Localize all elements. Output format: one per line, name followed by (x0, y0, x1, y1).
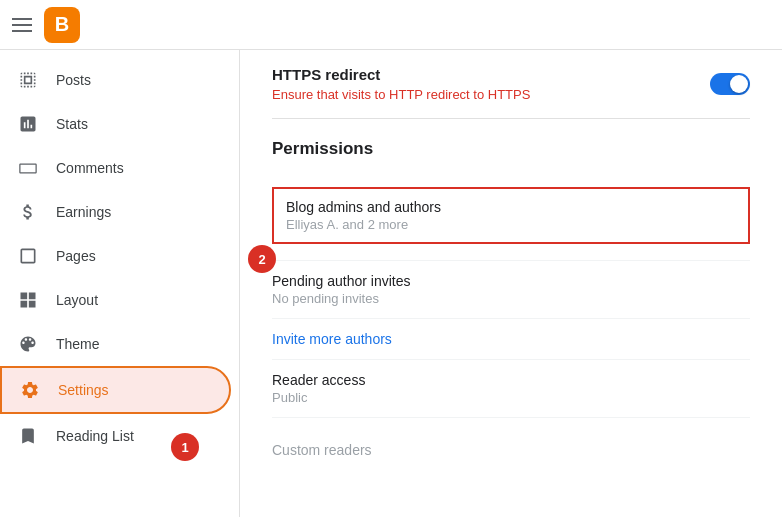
https-section: HTTPS redirect Ensure that visits to HTT… (272, 50, 750, 119)
step-badge-2: 2 (248, 245, 276, 273)
reader-access-sub: Public (272, 390, 750, 405)
sidebar-item-earnings[interactable]: Earnings (0, 190, 231, 234)
sidebar-item-settings[interactable]: Settings (0, 366, 231, 414)
https-description: Ensure that visits to HTTP redirect to H… (272, 87, 530, 102)
pages-label: Pages (56, 248, 96, 264)
content-area: HTTPS redirect Ensure that visits to HTT… (240, 50, 782, 517)
sidebar: Posts Stats Comments Earnings Pages (0, 50, 240, 517)
reader-access-title: Reader access (272, 372, 750, 388)
reading-list-label: Reading List (56, 428, 134, 444)
permissions-title: Permissions (272, 139, 750, 159)
blogger-logo-icon: B (55, 13, 69, 36)
sidebar-item-layout[interactable]: Layout (0, 278, 231, 322)
earnings-icon (16, 200, 40, 224)
main-layout: Posts Stats Comments Earnings Pages (0, 50, 782, 517)
sidebar-item-theme[interactable]: Theme (0, 322, 231, 366)
stats-label: Stats (56, 116, 88, 132)
pending-invites-sub: No pending invites (272, 291, 750, 306)
layout-label: Layout (56, 292, 98, 308)
theme-label: Theme (56, 336, 100, 352)
settings-icon (18, 378, 42, 402)
reader-access-item: Reader access Public (272, 360, 750, 418)
invite-authors-item: Invite more authors (272, 319, 750, 360)
invite-authors-link[interactable]: Invite more authors (272, 331, 750, 347)
reading-list-icon (16, 424, 40, 448)
app-header: B (0, 0, 782, 50)
posts-label: Posts (56, 72, 91, 88)
blog-admins-highlight[interactable]: Blog admins and authors Elliyas A. and 2… (272, 187, 750, 244)
custom-readers-label: Custom readers (272, 430, 750, 470)
https-toggle[interactable] (710, 73, 750, 95)
hamburger-menu[interactable] (12, 18, 32, 32)
layout-icon (16, 288, 40, 312)
sidebar-item-posts[interactable]: Posts (0, 58, 231, 102)
settings-label: Settings (58, 382, 109, 398)
blog-admins-item: Blog admins and authors Elliyas A. and 2… (272, 175, 750, 261)
toggle-knob (730, 75, 748, 93)
blog-admins-sub: Elliyas A. and 2 more (286, 217, 736, 232)
theme-icon (16, 332, 40, 356)
pages-icon (16, 244, 40, 268)
sidebar-item-comments[interactable]: Comments (0, 146, 231, 190)
earnings-label: Earnings (56, 204, 111, 220)
pending-invites-title: Pending author invites (272, 273, 750, 289)
comments-icon (16, 156, 40, 180)
custom-readers-item: Custom readers (272, 418, 750, 482)
sidebar-item-stats[interactable]: Stats (0, 102, 231, 146)
comments-label: Comments (56, 160, 124, 176)
posts-icon (16, 68, 40, 92)
https-info: HTTPS redirect Ensure that visits to HTT… (272, 66, 530, 102)
stats-icon (16, 112, 40, 136)
pending-invites-item: Pending author invites No pending invite… (272, 261, 750, 319)
blog-admins-title: Blog admins and authors (286, 199, 736, 215)
sidebar-item-pages[interactable]: Pages (0, 234, 231, 278)
blogger-logo: B (44, 7, 80, 43)
https-title: HTTPS redirect (272, 66, 530, 83)
permissions-section: Permissions Blog admins and authors Elli… (272, 119, 750, 482)
https-toggle-row: HTTPS redirect Ensure that visits to HTT… (272, 66, 750, 102)
